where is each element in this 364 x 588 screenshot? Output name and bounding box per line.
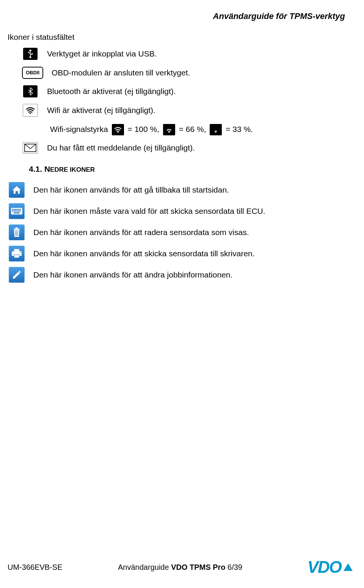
svg-point-4 bbox=[117, 132, 118, 133]
wifi-100-icon bbox=[112, 124, 124, 135]
svg-point-2 bbox=[30, 56, 31, 58]
svg-point-0 bbox=[28, 52, 29, 53]
status-desc-wifi: Wifi är aktiverat (ej tillgängligt). bbox=[47, 103, 155, 117]
svg-rect-12 bbox=[17, 209, 18, 210]
status-desc-usb: Verktyget är inkopplat via USB. bbox=[47, 47, 157, 61]
status-row-bluetooth: Bluetooth är aktiverat (ej tillgängligt)… bbox=[21, 85, 345, 98]
svg-point-5 bbox=[168, 132, 169, 133]
home-icon bbox=[9, 182, 25, 198]
document-title: Användarguide för TPMS-verktyg bbox=[8, 11, 345, 21]
trash-icon bbox=[9, 224, 25, 240]
nedre-desc-printer: Den här ikonen används för att skicka se… bbox=[33, 247, 255, 260]
svg-rect-17 bbox=[15, 210, 16, 212]
status-desc-bluetooth: Bluetooth är aktiverat (ej tillgängligt)… bbox=[47, 85, 176, 98]
vdo-logo-triangle-icon bbox=[344, 563, 353, 571]
wifi-100-label: = 100 %, bbox=[128, 125, 159, 133]
wifi-33-icon bbox=[210, 124, 222, 135]
wifi-66-label: = 66 %, bbox=[179, 125, 206, 133]
footer-center-prefix: Användarguide bbox=[118, 563, 171, 571]
wifi-signal-line: Wifi-signalstyrka = 100 %, = 66 %, = 33 … bbox=[50, 122, 345, 136]
svg-rect-15 bbox=[12, 210, 13, 212]
wifi-33-label: = 33 %. bbox=[226, 125, 253, 133]
footer-center-bold: VDO TPMS Pro bbox=[171, 563, 228, 571]
svg-rect-16 bbox=[14, 210, 15, 212]
svg-point-30 bbox=[20, 252, 21, 254]
nedre-row-trash: Den här ikonen används för att radera se… bbox=[8, 224, 345, 240]
svg-rect-22 bbox=[14, 229, 20, 230]
status-section-heading: Ikoner i statusfältet bbox=[8, 33, 345, 42]
svg-point-6 bbox=[215, 132, 217, 133]
status-row-obdii: OBDII OBD-modulen är ansluten till verkt… bbox=[21, 66, 345, 80]
nedre-desc-keyboard: Den här ikonen måste vara vald för att s… bbox=[33, 204, 265, 218]
svg-rect-20 bbox=[20, 210, 21, 212]
edit-icon bbox=[9, 267, 25, 283]
nedre-row-home: Den här ikonen används för att gå tillba… bbox=[8, 182, 345, 198]
nedre-desc-edit: Den här ikonen används för att ändra job… bbox=[33, 268, 232, 282]
heading-num: 4.1. bbox=[29, 165, 42, 173]
svg-rect-27 bbox=[14, 249, 19, 251]
nedre-row-keyboard: Den här ikonen måste vara vald för att s… bbox=[8, 203, 345, 219]
nedre-heading: 4.1. NEDRE IKONER bbox=[29, 165, 345, 174]
wifi-icon bbox=[23, 104, 38, 117]
svg-rect-18 bbox=[17, 210, 18, 212]
svg-rect-11 bbox=[15, 209, 16, 210]
status-row-mail: Du har fått ett meddelande (ej tillgängl… bbox=[21, 141, 345, 155]
footer-center: Användarguide VDO TPMS Pro 6/39 bbox=[118, 563, 242, 572]
nedre-row-edit: Den här ikonen används för att ändra job… bbox=[8, 267, 345, 283]
svg-rect-29 bbox=[14, 255, 19, 258]
usb-icon bbox=[23, 48, 38, 60]
status-row-usb: Verktyget är inkopplat via USB. bbox=[21, 47, 345, 61]
vdo-logo-text: VDO bbox=[308, 558, 341, 577]
vdo-logo: VDO bbox=[308, 558, 353, 577]
svg-rect-10 bbox=[14, 209, 15, 210]
bluetooth-icon bbox=[23, 85, 38, 97]
nedre-desc-home: Den här ikonen används för att gå tillba… bbox=[33, 183, 229, 197]
nedre-desc-trash: Den här ikonen används för att radera se… bbox=[33, 226, 249, 239]
keyboard-icon bbox=[9, 203, 25, 219]
svg-rect-21 bbox=[14, 212, 20, 213]
svg-point-3 bbox=[30, 113, 31, 114]
wifi-66-icon bbox=[163, 124, 175, 135]
nedre-row-printer: Den här ikonen används för att skicka se… bbox=[8, 246, 345, 262]
page-footer: UM-366EVB-SE Användarguide VDO TPMS Pro … bbox=[8, 558, 353, 577]
svg-rect-9 bbox=[12, 209, 13, 210]
status-desc-obdii: OBD-modulen är ansluten till verktyget. bbox=[52, 66, 190, 80]
status-desc-mail: Du har fått ett meddelande (ej tillgängl… bbox=[47, 141, 195, 155]
svg-rect-13 bbox=[18, 209, 19, 210]
svg-rect-1 bbox=[32, 53, 33, 54]
svg-rect-23 bbox=[16, 227, 18, 229]
svg-rect-19 bbox=[18, 210, 19, 212]
footer-left: UM-366EVB-SE bbox=[8, 563, 63, 572]
wifi-prefix: Wifi-signalstyrka bbox=[50, 125, 108, 133]
footer-page: 6/39 bbox=[228, 563, 242, 571]
svg-rect-14 bbox=[20, 209, 21, 210]
printer-icon bbox=[9, 246, 25, 262]
status-row-wifi: Wifi är aktiverat (ej tillgängligt). bbox=[21, 103, 345, 117]
mail-icon bbox=[23, 142, 38, 154]
obdii-icon: OBDII bbox=[22, 67, 43, 79]
